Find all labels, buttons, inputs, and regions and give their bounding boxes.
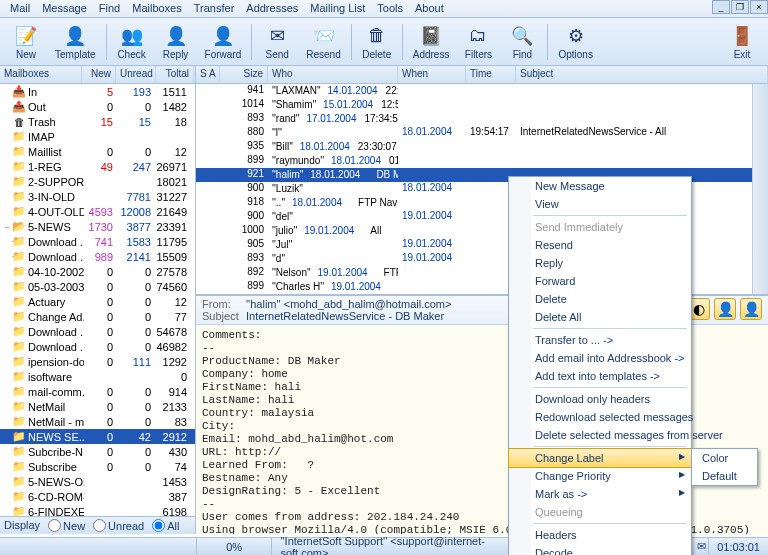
resend-button[interactable]: 📨Resend (300, 22, 346, 62)
forward-button[interactable]: 👤Forward (199, 22, 248, 62)
ctx-headers[interactable]: Headers (509, 526, 691, 544)
scrollbar[interactable] (752, 84, 768, 294)
display-all[interactable]: All (152, 519, 179, 532)
message-row[interactable]: 935''Bill'' 18.01.200423:30:07InternetRe… (196, 140, 752, 154)
template-button[interactable]: 👤Template (49, 22, 102, 62)
ctx-delete-all[interactable]: Delete All (509, 308, 691, 326)
col-subject[interactable]: Subject (516, 66, 768, 83)
menu-mail[interactable]: Mail (4, 0, 36, 17)
col-total[interactable]: Toltal (156, 66, 194, 83)
col-sa[interactable]: S A (196, 66, 220, 83)
folder-ipension-do---[interactable]: 📁ipension-do...01111292 (0, 354, 195, 369)
ctx-download-only-headers[interactable]: Download only headers (509, 390, 691, 408)
folder-download----[interactable]: 📁Download ...0046982 (0, 339, 195, 354)
folder-1-reg[interactable]: 📁1-REG4924726971 (0, 159, 195, 174)
folder-04-10-2002---[interactable]: 📁04-10-2002...0027578 (0, 264, 195, 279)
ctx-mark-as---[interactable]: Mark as -> (509, 485, 691, 503)
ctx-add-text-into-templates---[interactable]: Add text into templates -> (509, 367, 691, 385)
preview-tool-3[interactable]: 👤 (740, 298, 762, 320)
folder-subscribe[interactable]: 📁Subscribe0074 (0, 459, 195, 474)
col-who[interactable]: Who (268, 66, 398, 83)
folder-imap[interactable]: 📁IMAP (0, 129, 195, 144)
reply-button[interactable]: 👤Reply (155, 22, 197, 62)
col-time[interactable]: Time (466, 66, 516, 83)
folder-mail-comm---[interactable]: 📁mail-comm...00914 (0, 384, 195, 399)
col-mailboxes[interactable]: Mailboxes (0, 66, 82, 83)
folder-4-out-old[interactable]: 📁4-OUT-OLD45931200821649 (0, 204, 195, 219)
folder-change-ad---[interactable]: 📁Change Ad...0077 (0, 309, 195, 324)
ctx-reply[interactable]: Reply (509, 254, 691, 272)
folder-subcribe-n---[interactable]: 📁Subcribe-N...00430 (0, 444, 195, 459)
message-row[interactable]: 941''LAXMAN'' 14.01.200422:35:33Internet… (196, 84, 752, 98)
ctx-delete[interactable]: Delete (509, 290, 691, 308)
ctx-delete-selected-messages-from-server[interactable]: Delete selected messages from server (509, 426, 691, 444)
menu-mailing-list[interactable]: Mailing List (304, 0, 371, 17)
check-button[interactable]: 👥Check (111, 22, 153, 62)
context-menu[interactable]: New MessageViewSend ImmediatelyResendRep… (508, 176, 692, 555)
exit-button[interactable]: 🚪Exit (721, 22, 763, 62)
window-minimize[interactable]: _ (712, 0, 730, 14)
display-unread[interactable]: Unread (93, 519, 144, 532)
status-account: ''InternetSoft Support'' <support@intern… (271, 538, 522, 555)
preview-tool-2[interactable]: 👤 (714, 298, 736, 320)
ctx-decode[interactable]: Decode (509, 544, 691, 555)
folder-6-cd-rom-ca---[interactable]: 📁6-CD-ROM-CA...387 (0, 489, 195, 504)
folder-trash[interactable]: 🗑Trash151518 (0, 114, 195, 129)
find-button[interactable]: 🔍Find (501, 22, 543, 62)
menu-message[interactable]: Message (36, 0, 93, 17)
window-close[interactable]: × (750, 0, 768, 14)
ctx-forward[interactable]: Forward (509, 272, 691, 290)
folder-out[interactable]: 📤Out001482 (0, 99, 195, 114)
ctx-sub-default[interactable]: Default (692, 467, 757, 485)
message-row[interactable]: 899''raymundo'' 18.01.200401:41:53Intern… (196, 154, 752, 168)
ctx-change-label[interactable]: Change LabelColorDefault (508, 448, 692, 468)
filters-button[interactable]: 🗂Filters (457, 22, 499, 62)
display-new[interactable]: New (48, 519, 85, 532)
message-row[interactable]: 880''l'' 18.01.200419:54:17InternetRelat… (196, 126, 752, 140)
folder-5-news[interactable]: −📂5-NEWS1730387723391 (0, 219, 195, 234)
ctx-view[interactable]: View (509, 195, 691, 213)
folder-icon: 📁 (12, 250, 26, 263)
send-button[interactable]: ✉Send (256, 22, 298, 62)
folder-download----[interactable]: +📁Download ...989214115509 (0, 249, 195, 264)
menu-addresses[interactable]: Addresses (240, 0, 304, 17)
col-new[interactable]: New (82, 66, 116, 83)
folder-in[interactable]: 📥In51931511 (0, 84, 195, 99)
message-row[interactable]: 893''rand'' 17.01.200417:34:59InternetRe… (196, 112, 752, 126)
menu-tools[interactable]: Tools (371, 0, 409, 17)
options-button[interactable]: ⚙Options (552, 22, 598, 62)
col-when[interactable]: When (398, 66, 466, 83)
folder-3-in-old[interactable]: 📁3-IN-OLD778131227 (0, 189, 195, 204)
folder-news-se---[interactable]: 📁NEWS SE...0422912 (0, 429, 195, 444)
folder-tree[interactable]: 📥In51931511📤Out001482🗑Trash151518📁IMAP📁M… (0, 84, 195, 516)
col-unread[interactable]: Unread (116, 66, 156, 83)
folder-05-03-2003---[interactable]: 📁05-03-2003...0074560 (0, 279, 195, 294)
folder-netmail[interactable]: 📁NetMail002133 (0, 399, 195, 414)
ctx-redownload-selected-messages[interactable]: Redownload selected messages (509, 408, 691, 426)
ctx-sub-color[interactable]: Color (692, 449, 757, 467)
col-size[interactable]: Size (220, 66, 268, 83)
folder-5-news-old[interactable]: 📁5-NEWS-OLD1453 (0, 474, 195, 489)
ctx-add-email-into-addressbook---[interactable]: Add email into Addressbook -> (509, 349, 691, 367)
folder-netmail---m---[interactable]: 📁NetMail - m...0083 (0, 414, 195, 429)
menu-transfer[interactable]: Transfer (188, 0, 241, 17)
menu-about[interactable]: About (409, 0, 450, 17)
folder-isoftware[interactable]: 📁isoftware0 (0, 369, 195, 384)
folder-download----[interactable]: +📁Download ...741158311795 (0, 234, 195, 249)
folder-6-findexe[interactable]: 📁6-FINDEXE6198 (0, 504, 195, 516)
ctx-transfer-to-------[interactable]: Transfer to ... -> (509, 331, 691, 349)
folder-download----[interactable]: 📁Download ...0054678 (0, 324, 195, 339)
ctx-new-message[interactable]: New Message (509, 177, 691, 195)
folder-actuary[interactable]: 📁Actuary0012 (0, 294, 195, 309)
menu-find[interactable]: Find (93, 0, 126, 17)
ctx-change-priority[interactable]: Change Priority (509, 467, 691, 485)
window-restore[interactable]: ❐ (731, 0, 749, 14)
address-button[interactable]: 📓Address (407, 22, 456, 62)
new-button[interactable]: 📝New (5, 22, 47, 62)
delete-button[interactable]: 🗑Delete (356, 22, 398, 62)
message-row[interactable]: 1014''Shamim'' 15.01.200412:50:48Interne… (196, 98, 752, 112)
menu-mailboxes[interactable]: Mailboxes (126, 0, 188, 17)
folder-2-support[interactable]: 📁2-SUPPORT18021 (0, 174, 195, 189)
folder-maillist[interactable]: 📁Maillist0012 (0, 144, 195, 159)
ctx-resend[interactable]: Resend (509, 236, 691, 254)
